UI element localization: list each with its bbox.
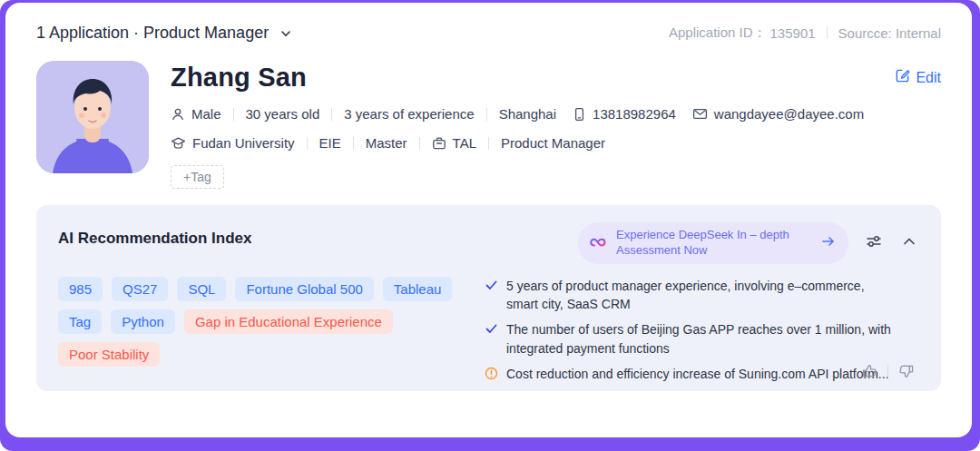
company-item: TAL bbox=[432, 135, 476, 151]
deepseek-logo-icon bbox=[589, 234, 609, 251]
application-id-label: Application ID： bbox=[669, 25, 767, 42]
application-card: 1 Application · Product Manager Applicat… bbox=[5, 3, 972, 437]
edit-label: Edit bbox=[916, 70, 941, 86]
add-tag-button[interactable]: +Tag bbox=[171, 165, 224, 189]
divider bbox=[488, 137, 489, 150]
profile-main: Zhang San Edit Male bbox=[171, 61, 941, 189]
degree-value: Master bbox=[366, 135, 407, 151]
header-meta: Application ID： 135901 Sourcce: Internal bbox=[669, 25, 941, 42]
company-value: TAL bbox=[453, 135, 476, 151]
major-value: EIE bbox=[319, 135, 341, 151]
divider bbox=[331, 108, 332, 121]
email-value: wangdayee@dayee.com bbox=[714, 106, 864, 122]
sliders-icon bbox=[865, 232, 883, 253]
application-title-dropdown[interactable]: 1 Application · Product Manager bbox=[36, 24, 292, 43]
candidate-name: Zhang San bbox=[171, 63, 307, 93]
tag-blue[interactable]: Python bbox=[111, 309, 175, 334]
ai-recommendation-section: AI Recommendation Index Experience DeepS… bbox=[36, 205, 941, 391]
divider bbox=[233, 108, 234, 121]
ai-highlights: 5 years of product manager experience, i… bbox=[485, 277, 919, 390]
arrow-right-icon bbox=[821, 235, 836, 250]
tag-blue[interactable]: Tag bbox=[58, 309, 102, 334]
email-item: wangdayee@dayee.com bbox=[692, 106, 864, 122]
tag-blue[interactable]: SQL bbox=[177, 277, 226, 301]
tag-blue[interactable]: QS27 bbox=[112, 277, 168, 301]
highlight-text: The number of users of Beijing Gas APP r… bbox=[506, 320, 897, 358]
divider bbox=[307, 137, 308, 150]
tag-blue[interactable]: 985 bbox=[58, 277, 103, 301]
basic-info-row: Male 30 years old 3 years of experience … bbox=[171, 106, 941, 122]
chevron-up-icon bbox=[901, 233, 917, 252]
feedback-controls bbox=[860, 362, 916, 380]
gender-value: Male bbox=[191, 106, 221, 122]
graduation-cap-icon bbox=[171, 136, 186, 151]
position-value: Product Manager bbox=[501, 135, 605, 151]
phone-item: 13818982964 bbox=[573, 106, 676, 122]
divider bbox=[486, 108, 487, 121]
page-title: 1 Application · Product Manager bbox=[36, 24, 269, 43]
highlight-item: Cost reduction and efficiency increase o… bbox=[485, 365, 897, 383]
filter-sliders-button[interactable] bbox=[863, 230, 885, 255]
divider bbox=[827, 27, 828, 39]
thumbs-up-button[interactable] bbox=[860, 362, 878, 380]
divider bbox=[353, 137, 354, 150]
tag-risk[interactable]: Poor Stability bbox=[58, 342, 160, 367]
ai-section-title: AI Recommendation Index bbox=[58, 222, 251, 248]
tag-risk[interactable]: Gap in Educational Experience bbox=[184, 309, 393, 334]
highlight-text: Cost reduction and efficiency increase o… bbox=[506, 365, 889, 383]
edit-icon bbox=[895, 68, 910, 87]
collapse-section-button[interactable] bbox=[899, 231, 919, 254]
experience-value: 3 years of experience bbox=[344, 106, 474, 122]
city-value: Shanghai bbox=[499, 106, 556, 122]
person-icon bbox=[171, 107, 185, 122]
check-icon bbox=[485, 322, 498, 336]
mail-icon bbox=[692, 107, 708, 121]
deepseek-banner-text: Experience DeepSeek In – depth Assessmen… bbox=[616, 228, 814, 259]
university-item: Fudan University bbox=[171, 135, 295, 151]
deepseek-banner-button[interactable]: Experience DeepSeek In – depth Assessmen… bbox=[578, 222, 848, 264]
phone-value: 13818982964 bbox=[593, 106, 676, 122]
divider bbox=[419, 137, 420, 150]
edit-button[interactable]: Edit bbox=[895, 68, 941, 87]
candidate-tags: 985 QS27 SQL Fortune Global 500 Tableau … bbox=[58, 277, 477, 390]
gender-item: Male bbox=[171, 106, 221, 122]
age-value: 30 years old bbox=[246, 106, 320, 122]
chevron-down-icon bbox=[279, 27, 292, 40]
highlight-text: 5 years of product manager experience, i… bbox=[506, 277, 897, 314]
highlight-item: The number of users of Beijing Gas APP r… bbox=[485, 320, 897, 358]
briefcase-icon bbox=[432, 136, 446, 151]
tag-blue[interactable]: Fortune Global 500 bbox=[235, 277, 373, 301]
source-label: Sourcce: Internal bbox=[838, 25, 941, 41]
phone-icon bbox=[573, 107, 586, 122]
application-id-value: 135901 bbox=[770, 25, 816, 41]
university-value: Fudan University bbox=[192, 135, 295, 151]
education-work-row: Fudan University EIE Master TAL Product bbox=[171, 135, 941, 151]
warning-icon bbox=[485, 367, 498, 380]
header: 1 Application · Product Manager Applicat… bbox=[36, 24, 941, 43]
tag-blue[interactable]: Tableau bbox=[383, 277, 453, 301]
candidate-profile: Zhang San Edit Male bbox=[36, 61, 941, 189]
app-frame: 1 Application · Product Manager Applicat… bbox=[0, 0, 980, 451]
avatar bbox=[36, 61, 149, 173]
highlight-item: 5 years of product manager experience, i… bbox=[485, 277, 897, 314]
thumbs-down-button[interactable] bbox=[897, 362, 916, 380]
divider bbox=[887, 365, 888, 377]
check-icon bbox=[485, 279, 498, 292]
